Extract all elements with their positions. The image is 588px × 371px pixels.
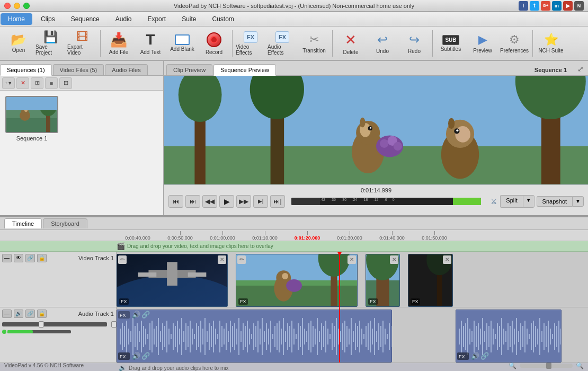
audio-track-mute[interactable]: 🔊 — [14, 310, 23, 318]
clip-4-fx-label[interactable]: FX — [411, 298, 420, 305]
expand-preview-button[interactable]: ⤢ — [573, 63, 588, 75]
youtube-icon[interactable]: ▶ — [563, 1, 573, 11]
zoom-in-button[interactable]: 🔍 — [576, 362, 584, 369]
twitter-icon[interactable]: t — [530, 1, 539, 11]
add-file-button[interactable]: 📥 Add File — [103, 29, 134, 58]
video-track-eye[interactable]: 👁 — [14, 254, 23, 262]
remove-sequence-button[interactable]: ✕ — [16, 77, 29, 89]
tab-audio-files[interactable]: Audio Files — [105, 64, 147, 75]
grid-view-icon: ⊞ — [64, 80, 68, 86]
audio-volume-slider[interactable] — [2, 322, 107, 326]
facebook-icon[interactable]: f — [519, 1, 528, 11]
menu-audio[interactable]: Audio — [108, 13, 139, 25]
clip-2-fx-label[interactable]: FX — [238, 298, 248, 305]
tab-video-files[interactable]: Video Files (5) — [53, 64, 104, 75]
rewind-button[interactable]: ◀◀ — [202, 195, 217, 208]
video-track-content[interactable]: ✏ ✕ FX — [117, 252, 588, 307]
transition-button[interactable]: ✂ Transition — [299, 29, 329, 58]
play-button[interactable]: ▶ — [219, 195, 234, 208]
tab-sequences[interactable]: Sequences (1) — [0, 64, 52, 76]
snapshot-button[interactable]: Snapshot — [537, 196, 572, 207]
video-clip-3[interactable]: ✕ FX — [366, 254, 400, 307]
preview-button[interactable]: ▶ Preview — [467, 29, 498, 58]
clip-3-fx-label[interactable]: FX — [368, 298, 378, 305]
minimize-button[interactable] — [14, 3, 20, 9]
audio-effects-button[interactable]: FX Audio Effects — [267, 29, 298, 58]
video-effects-button[interactable]: FX Video Effects — [235, 29, 266, 58]
clip-1-fx-label[interactable]: FX — [119, 298, 129, 305]
audio-track-content[interactable]: FX 🔊 🔗 FX 🔊 🔗 — [117, 307, 588, 363]
svg-text:🔗: 🔗 — [141, 310, 150, 319]
audio-pan-thumb[interactable] — [111, 321, 117, 328]
svg-rect-77 — [164, 326, 165, 347]
duplicate-sequence-button[interactable]: ⊞ — [31, 77, 43, 89]
clip-1-edit-button[interactable]: ✏ — [118, 255, 127, 264]
add-sequence-button[interactable]: +▼ — [2, 77, 15, 89]
split-button[interactable]: Split — [500, 195, 522, 208]
audio-track-collapse[interactable]: — — [2, 310, 12, 318]
clip-1-close-button[interactable]: ✕ — [218, 255, 226, 264]
playhead[interactable] — [339, 252, 340, 307]
subtitles-button[interactable]: SUB Subtitles — [435, 29, 466, 58]
audio-clip-1[interactable]: FX 🔊 🔗 FX 🔊 🔗 — [117, 310, 392, 363]
tab-storyboard[interactable]: Storyboard — [43, 218, 87, 228]
nch-suite-button[interactable]: ⭐ NCH Suite — [536, 29, 566, 58]
googleplus-icon[interactable]: G+ — [541, 1, 550, 11]
maximize-button[interactable] — [23, 3, 30, 9]
delete-button[interactable]: ✕ Delete — [335, 29, 366, 58]
audio-track-lock[interactable]: 🔒 — [37, 310, 47, 318]
split-dropdown-button[interactable]: ▼ — [523, 195, 534, 208]
save-project-button[interactable]: 💾 Save Project — [35, 29, 66, 58]
linkedin-icon[interactable]: in — [552, 1, 562, 11]
record-button[interactable]: Record — [199, 29, 229, 58]
menu-clips[interactable]: Clips — [33, 13, 63, 25]
open-button[interactable]: 📂 Open — [3, 29, 34, 58]
audio-volume-thumb[interactable] — [39, 321, 44, 328]
fast-forward-button[interactable]: ▶▶ — [236, 195, 251, 208]
zoom-thumb[interactable] — [546, 363, 551, 369]
svg-rect-63 — [135, 326, 136, 347]
redo-button[interactable]: ↪ Redo — [399, 29, 430, 58]
menu-export[interactable]: Export — [140, 13, 173, 25]
add-text-button[interactable]: T Add Text — [135, 29, 166, 58]
clip-4-close-button[interactable]: ✕ — [443, 255, 451, 264]
svg-text:🔗: 🔗 — [480, 351, 489, 360]
undo-button[interactable]: ↩ Undo — [367, 29, 398, 58]
sequence-item[interactable]: Sequence 1 — [5, 96, 58, 142]
prev-frame-button[interactable]: ⏭ — [185, 195, 200, 208]
zoom-slider[interactable] — [520, 364, 573, 368]
svg-rect-151 — [321, 323, 322, 350]
audio-track-link[interactable]: 🔗 — [25, 310, 35, 318]
video-clip-4[interactable]: ✕ FX — [408, 254, 453, 307]
audio-playhead[interactable] — [339, 307, 340, 363]
tab-timeline[interactable]: Timeline — [4, 218, 42, 228]
menu-home[interactable]: Home — [1, 13, 32, 25]
video-clip-1[interactable]: ✏ ✕ FX — [117, 254, 228, 307]
clip-2-close-button[interactable]: ✕ — [348, 255, 356, 264]
grid-view-button[interactable]: ⊞ — [59, 77, 72, 89]
svg-rect-147 — [313, 326, 314, 347]
clip-2-edit-button[interactable]: ✏ — [237, 255, 246, 264]
tab-clip-preview[interactable]: Clip Preview — [166, 64, 212, 75]
clip-3-close-button[interactable]: ✕ — [390, 255, 398, 264]
menu-custom[interactable]: Custom — [204, 13, 241, 25]
list-view-button[interactable]: ≡ — [45, 77, 58, 89]
zoom-out-button[interactable]: 🔍 — [509, 362, 516, 369]
add-blank-button[interactable]: Add Blank — [167, 29, 198, 58]
svg-text:🔗: 🔗 — [141, 351, 150, 360]
export-video-button[interactable]: 🎞 Export Video — [67, 29, 97, 58]
audio-clip-2[interactable]: FX 🔊 🔗 — [456, 310, 562, 363]
go-to-start-button[interactable]: ⏮ — [168, 195, 183, 208]
video-track-lock[interactable]: 🔒 — [37, 254, 47, 262]
menu-suite[interactable]: Suite — [174, 13, 203, 25]
video-track-collapse[interactable]: — — [2, 254, 12, 262]
go-to-end-button[interactable]: ⏭| — [270, 195, 285, 208]
nch-icon[interactable]: N — [574, 1, 584, 11]
snapshot-dropdown-button[interactable]: ▼ — [572, 196, 584, 207]
next-frame-button[interactable]: ▶| — [253, 195, 268, 208]
preferences-button[interactable]: ⚙ Preferences — [499, 29, 530, 58]
menu-sequence[interactable]: Sequence — [64, 13, 107, 25]
close-button[interactable] — [4, 3, 11, 9]
tab-sequence-preview[interactable]: Sequence Preview — [213, 64, 276, 76]
video-track-link[interactable]: 🔗 — [25, 254, 35, 262]
